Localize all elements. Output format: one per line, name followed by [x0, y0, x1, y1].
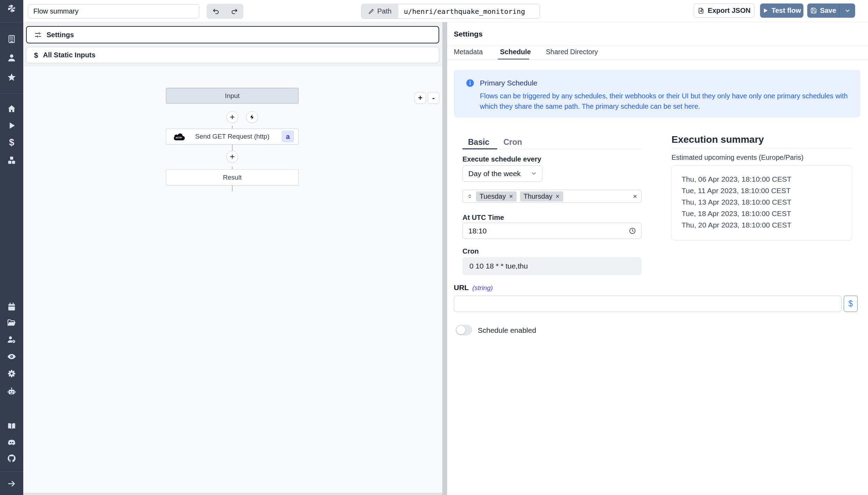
- info-box-title: Primary Schedule: [480, 79, 537, 87]
- panel-splitter[interactable]: [442, 22, 447, 495]
- save-button-group: Save: [807, 3, 855, 18]
- days-multiselect[interactable]: Tuesday × Thursday × ×: [462, 190, 642, 203]
- play-icon: [762, 8, 768, 14]
- workers-robot-icon[interactable]: [5, 384, 19, 398]
- remove-tag-icon[interactable]: ×: [556, 193, 560, 200]
- cron-expression-value: 0 10 18 * * tue,thu: [469, 262, 528, 270]
- export-json-label: Export JSON: [708, 7, 750, 15]
- remove-tag-icon[interactable]: ×: [509, 193, 513, 200]
- toggle-knob: [457, 326, 465, 335]
- node-result[interactable]: Result: [166, 169, 299, 185]
- tab-basic[interactable]: Basic: [468, 138, 489, 147]
- home-icon[interactable]: [5, 101, 19, 116]
- node-input[interactable]: Input: [166, 88, 299, 104]
- zoom-in-button[interactable]: +: [415, 92, 426, 104]
- github-icon[interactable]: [5, 451, 19, 465]
- groups-user-cog-icon[interactable]: [5, 332, 19, 347]
- minus-glyph: -: [432, 93, 435, 102]
- sidebar-divider: [0, 22, 23, 23]
- node-step-label: Send GET Request (http): [195, 133, 269, 140]
- top-bar: Path u/henri/earthquake_monitoring Expor…: [23, 0, 868, 22]
- day-tag-label: Tuesday: [479, 192, 506, 200]
- event-row: Thu, 13 Apr 2023, 18:10:00 CEST: [682, 196, 852, 208]
- schedules-calendar-icon[interactable]: [5, 300, 19, 314]
- runs-play-icon[interactable]: [5, 118, 19, 133]
- sidebar-divider: [0, 93, 23, 93]
- path-field: Path u/henri/earthquake_monitoring: [361, 4, 540, 19]
- schedule-enabled-toggle[interactable]: [456, 325, 472, 335]
- cron-label: Cron: [462, 247, 479, 255]
- folders-icon[interactable]: [5, 316, 19, 330]
- chevron-down-icon: [844, 8, 851, 14]
- settings-gear-icon[interactable]: [5, 366, 19, 381]
- schedule-enabled-label: Schedule enabled: [478, 326, 536, 335]
- variables-dollar-icon[interactable]: $: [5, 135, 19, 150]
- all-static-inputs-button[interactable]: $ All Static Inputs: [26, 47, 439, 63]
- resources-boxes-icon[interactable]: [5, 153, 19, 167]
- undo-redo-group: [207, 4, 243, 19]
- day-tag: Thursday ×: [520, 191, 563, 201]
- docs-book-icon[interactable]: [5, 419, 19, 433]
- flow-editor-panel: Settings $ All Static Inputs + - Input: [23, 22, 442, 495]
- execution-summary-title: Execution summary: [671, 134, 764, 145]
- primary-schedule-info-box: Primary Schedule Flows can be triggered …: [454, 70, 860, 117]
- redo-button[interactable]: [225, 4, 243, 19]
- test-flow-button[interactable]: Test flow: [760, 3, 803, 18]
- export-json-button[interactable]: Export JSON: [694, 3, 754, 18]
- all-static-inputs-label: All Static Inputs: [43, 51, 95, 59]
- divider: [447, 59, 868, 60]
- flow-summary-input[interactable]: [28, 4, 199, 18]
- tab-shared-directory[interactable]: Shared Directory: [546, 48, 598, 56]
- plus-icon: [229, 114, 235, 120]
- add-trigger-button[interactable]: [246, 111, 258, 123]
- frequency-select[interactable]: Day of the week: [462, 165, 542, 182]
- sliders-icon: [34, 31, 42, 39]
- add-step-button[interactable]: [226, 151, 238, 163]
- utc-time-input[interactable]: 18:10: [462, 223, 642, 239]
- audit-eye-icon[interactable]: [5, 349, 19, 364]
- user-icon[interactable]: [5, 51, 19, 65]
- tab-metadata[interactable]: Metadata: [454, 48, 483, 56]
- insert-variable-button[interactable]: $: [844, 296, 858, 312]
- test-flow-label: Test flow: [771, 7, 801, 15]
- plus-icon: [229, 154, 235, 160]
- tab-cron[interactable]: Cron: [503, 138, 522, 147]
- save-dropdown-button[interactable]: [840, 3, 855, 18]
- add-step-button[interactable]: [226, 111, 238, 123]
- flow-settings-button[interactable]: Settings: [26, 26, 439, 43]
- pencil-icon: [368, 8, 374, 15]
- event-row: Tue, 18 Apr 2023, 18:10:00 CEST: [682, 208, 852, 219]
- tab-schedule[interactable]: Schedule: [500, 48, 531, 56]
- file-export-icon: [698, 7, 704, 14]
- divider: [671, 148, 852, 148]
- save-button[interactable]: Save: [807, 3, 839, 18]
- active-tab-underline: [462, 148, 497, 149]
- info-box-body: Flows can be triggered by any schedules,…: [480, 91, 849, 112]
- cron-expression-field: 0 10 18 * * tue,thu: [462, 257, 642, 275]
- chevron-down-icon: [531, 170, 537, 177]
- windmill-logo-icon[interactable]: [5, 1, 19, 16]
- star-icon[interactable]: [5, 70, 19, 84]
- upcoming-events-box: Thu, 06 Apr 2023, 18:10:00 CEST Tue, 11 …: [671, 165, 852, 240]
- zoom-out-button[interactable]: -: [428, 92, 439, 104]
- http-cloud-icon: HTTP: [172, 132, 186, 141]
- path-value[interactable]: u/henri/earthquake_monitoring: [398, 4, 540, 18]
- event-row: Thu, 20 Apr 2023, 18:10:00 CEST: [682, 219, 852, 231]
- utc-time-value: 18:10: [468, 227, 487, 235]
- discord-icon[interactable]: [5, 435, 19, 449]
- updown-icon: [467, 193, 473, 199]
- url-label: URL: [454, 283, 469, 292]
- url-field-header: URL (string): [454, 283, 493, 292]
- undo-button[interactable]: [207, 4, 225, 19]
- sidebar-divider: [0, 471, 23, 472]
- collapse-arrow-icon[interactable]: [5, 477, 19, 491]
- horizontal-scrollbar[interactable]: [23, 493, 442, 495]
- url-type-hint: (string): [472, 284, 493, 292]
- flow-graph-canvas[interactable]: + - Input HTTP Send GET Request (http): [23, 66, 442, 493]
- node-step-a[interactable]: HTTP Send GET Request (http) a: [166, 129, 299, 145]
- edit-path-button[interactable]: Path: [361, 4, 398, 18]
- url-input[interactable]: [454, 296, 842, 312]
- clear-all-icon[interactable]: ×: [633, 192, 637, 200]
- workspace-building-icon[interactable]: [5, 32, 19, 46]
- event-row: Tue, 11 Apr 2023, 18:10:00 CEST: [682, 185, 852, 196]
